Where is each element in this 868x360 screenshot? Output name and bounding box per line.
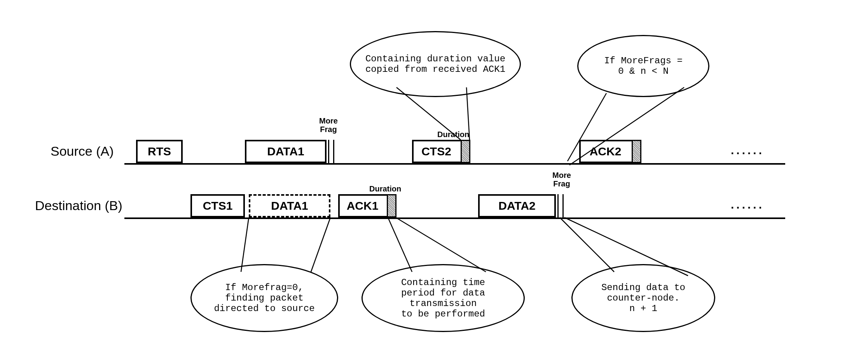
box-label: DATA1	[271, 199, 308, 212]
svg-line-6	[388, 217, 412, 272]
box-data1-b-dashed: DATA1	[249, 194, 330, 217]
label-morefrag-b: More Frag	[548, 171, 575, 188]
svg-line-4	[241, 217, 249, 272]
timeline-dest	[124, 217, 785, 219]
box-label: RTS	[148, 145, 171, 158]
continuation-source: ......	[731, 144, 764, 157]
box-rts: RTS	[136, 140, 183, 163]
bubble-ack1: Containing time period for data transmis…	[362, 264, 525, 332]
shade-duration-ack1	[387, 194, 396, 217]
actor-label-dest: Destination (B)	[35, 198, 122, 213]
shade-duration-cts2	[461, 140, 470, 163]
svg-line-8	[560, 217, 614, 272]
box-data2: DATA2	[478, 194, 556, 217]
box-label: ACK1	[347, 199, 379, 212]
continuation-dest: ......	[731, 198, 764, 211]
bubble-data1b: If Morefrag=0, finding packet directed t…	[190, 264, 338, 332]
bubble-ack2: If MoreFrags = 0 & n < N	[577, 35, 709, 97]
label-duration-cts2: Duration	[437, 130, 469, 139]
box-label: ACK2	[590, 145, 622, 158]
actor-label-source: Source (A)	[51, 144, 114, 159]
label-duration-ack1: Duration	[369, 184, 401, 193]
stripe-morefrag-a	[328, 140, 334, 163]
box-cts1: CTS1	[190, 194, 245, 217]
stripe-morefrag-b	[557, 194, 564, 217]
box-label: CTS1	[203, 199, 233, 212]
box-label: DATA1	[267, 145, 304, 158]
svg-line-5	[311, 217, 330, 272]
shade-ack2	[632, 140, 641, 163]
label-morefrag-a: More Frag	[315, 117, 342, 134]
box-label: CTS2	[421, 145, 451, 158]
bubble-cts2: Containing duration value copied from re…	[350, 31, 521, 97]
bubble-data2: Sending data to counter-node. n + 1	[571, 264, 715, 332]
timeline-source	[124, 163, 785, 165]
svg-line-7	[396, 217, 486, 272]
box-data1-a: DATA1	[245, 140, 327, 163]
box-label: DATA2	[498, 199, 536, 212]
